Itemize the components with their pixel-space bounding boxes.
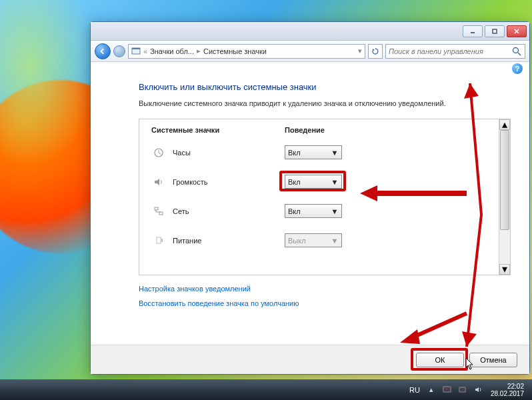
column-header-name: Системные значки: [151, 126, 285, 134]
nav-forward-button[interactable]: [113, 45, 125, 57]
control-panel-window: « Значки обл... ▸ Системные значки ▾ ? В…: [90, 21, 530, 375]
dropdown-power: Выкл ▼: [285, 233, 342, 247]
row-label: Часы: [173, 149, 191, 157]
search-input[interactable]: [389, 47, 511, 55]
row-label: Питание: [173, 237, 201, 245]
chevron-down-icon: ▼: [330, 177, 339, 187]
system-tray: RU ▴ 22:02 28.02.2017: [404, 383, 532, 397]
svg-marker-10: [373, 49, 375, 51]
svg-rect-5: [493, 29, 497, 33]
breadcrumb-2[interactable]: Системные значки: [203, 47, 267, 55]
scroll-up-icon[interactable]: ▴: [499, 119, 510, 130]
clock-date: 28.02.2017: [491, 390, 524, 397]
refresh-button[interactable]: [368, 44, 383, 59]
help-icon[interactable]: ?: [512, 63, 523, 74]
breadcrumb-1[interactable]: Значки обл...: [150, 47, 194, 55]
address-bar-row: « Значки обл... ▸ Системные значки ▾: [91, 41, 529, 62]
svg-rect-15: [159, 212, 163, 215]
svg-rect-16: [157, 237, 161, 243]
row-label: Сеть: [173, 207, 189, 215]
tray-network-icon[interactable]: [459, 385, 468, 395]
power-icon: [151, 234, 166, 247]
svg-rect-17: [161, 239, 163, 242]
svg-point-11: [513, 47, 519, 53]
link-restore-defaults[interactable]: Восстановить поведение значка по умолчан…: [139, 299, 511, 307]
link-notification-icons[interactable]: Настройка значков уведомлений: [139, 285, 511, 293]
breadcrumb-bar[interactable]: « Значки обл... ▸ Системные значки ▾: [128, 44, 365, 59]
link-area: Настройка значков уведомлений Восстанови…: [139, 285, 511, 307]
svg-rect-14: [155, 207, 158, 210]
clock-icon: [151, 146, 166, 159]
table-row: Громкость Вкл ▼: [151, 167, 489, 197]
scroll-thumb[interactable]: [500, 130, 509, 230]
dropdown-clock[interactable]: Вкл ▼: [285, 145, 342, 159]
language-indicator[interactable]: RU: [409, 386, 420, 394]
svg-line-12: [518, 53, 521, 55]
mouse-cursor: [465, 357, 475, 371]
chevron-down-icon: ▼: [330, 147, 339, 157]
toolbar-row: ?: [91, 62, 529, 75]
svg-rect-9: [132, 48, 140, 49]
table-row: Часы Вкл ▼: [151, 138, 489, 167]
dialog-button-bar: ОК Отмена: [91, 345, 529, 374]
search-icon: [511, 46, 522, 57]
page-description: Выключение системного значка приводит к …: [139, 99, 511, 109]
taskbar[interactable]: RU ▴ 22:02 28.02.2017: [0, 379, 532, 400]
tray-volume-icon[interactable]: [475, 385, 484, 395]
page-heading: Включить или выключить системные значки: [139, 82, 511, 92]
dropdown-volume[interactable]: Вкл ▼: [285, 175, 342, 189]
network-icon: [151, 205, 166, 218]
column-header-behavior: Поведение: [285, 126, 489, 134]
dropdown-network[interactable]: Вкл ▼: [285, 204, 342, 218]
scrollbar[interactable]: ▴ ▾: [499, 119, 510, 275]
icons-panel: Системные значки Поведение Часы Вкл ▼: [139, 119, 511, 275]
icons-table: Системные значки Поведение Часы Вкл ▼: [139, 119, 499, 275]
table-row: Питание Выкл ▼: [151, 226, 489, 255]
chevron-down-icon: ▼: [330, 235, 339, 245]
taskbar-clock[interactable]: 22:02 28.02.2017: [491, 383, 527, 397]
search-box[interactable]: [385, 44, 525, 59]
window-titlebar: [91, 22, 529, 41]
minimize-button[interactable]: [463, 25, 483, 37]
clock-time: 22:02: [491, 383, 524, 390]
content-body: Включить или выключить системные значки …: [91, 75, 529, 346]
maximize-button[interactable]: [485, 25, 505, 37]
table-row: Сеть Вкл ▼: [151, 197, 489, 226]
cancel-button[interactable]: Отмена: [469, 353, 517, 367]
control-panel-icon: [131, 47, 141, 56]
tray-action-center-icon[interactable]: [443, 385, 452, 395]
close-button[interactable]: [507, 25, 527, 37]
row-label: Громкость: [173, 178, 207, 186]
volume-icon: [151, 175, 166, 189]
chevron-down-icon: ▼: [330, 206, 339, 216]
scroll-down-icon[interactable]: ▾: [499, 264, 510, 275]
ok-button[interactable]: ОК: [416, 353, 464, 367]
tray-show-hidden-icon[interactable]: ▴: [427, 385, 436, 395]
nav-back-button[interactable]: [95, 43, 111, 59]
